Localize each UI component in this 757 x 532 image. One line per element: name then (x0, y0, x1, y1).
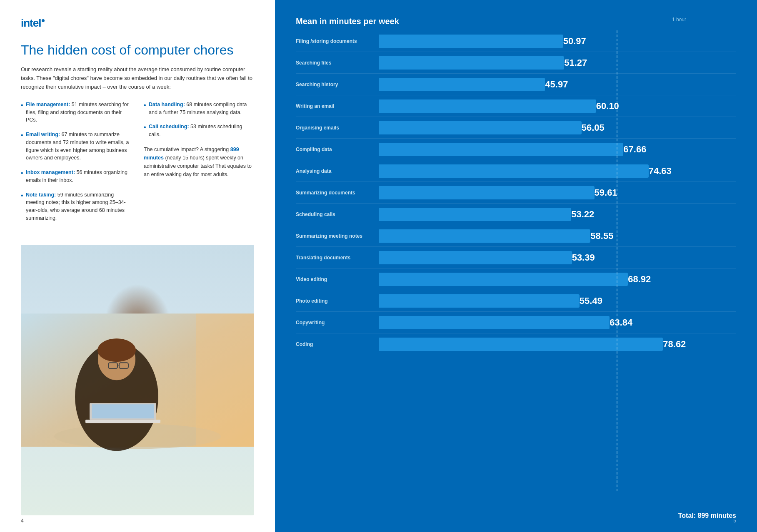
chart-row: Summarizing documents59.61 (296, 182, 736, 204)
svg-point-4 (97, 338, 136, 362)
bullet-item: Email writing: 67 minutes to summarize d… (21, 131, 131, 162)
chart-area: Filing /storing documents50.97Searching … (296, 30, 736, 508)
row-label: Photo editing (296, 298, 379, 304)
intel-logo-text: intel (21, 17, 41, 30)
row-label: Scheduling calls (296, 211, 379, 217)
bar-container: 55.49 (379, 294, 736, 308)
bullet-section: File management: 51 minutes searching fo… (21, 101, 254, 229)
chart-row: Searching files51.27 (296, 52, 736, 74)
bar-container: 51.27 (379, 56, 736, 70)
bar-container: 74.63 (379, 164, 736, 178)
bar: 58.55 (379, 229, 590, 243)
intel-logo-dot (42, 19, 45, 22)
bar-value: 60.10 (596, 101, 619, 112)
bar: 51.27 (379, 56, 564, 70)
row-label: Summarizing meeting notes (296, 233, 379, 239)
bar: 53.22 (379, 208, 571, 221)
chart-row: Translating documents53.39 (296, 247, 736, 268)
right-panel: Mean in minutes per week 1 hour Filing /… (275, 0, 757, 532)
row-label: Video editing (296, 276, 379, 282)
chart-row: Summarizing meeting notes58.55 (296, 225, 736, 247)
bar-value: 67.66 (623, 144, 646, 155)
page-number-right: 5 (733, 518, 736, 524)
intel-logo: intel (21, 17, 254, 30)
bar-value: 53.39 (572, 252, 595, 263)
bar-container: 56.05 (379, 121, 736, 134)
bar-container: 60.10 (379, 99, 736, 113)
main-title: The hidden cost of computer chores (21, 42, 254, 58)
photo-svg (21, 245, 254, 515)
bar-value: 53.22 (571, 209, 594, 220)
bar-container: 53.39 (379, 251, 736, 264)
chart-row: Scheduling calls53.22 (296, 204, 736, 225)
chart-row: Photo editing55.49 (296, 290, 736, 312)
chart-row: Video editing68.92 (296, 268, 736, 290)
row-label: Searching files (296, 60, 379, 66)
bullet-item: Note taking: 59 minutes summarizing meet… (21, 191, 131, 222)
bar-container: 45.97 (379, 78, 736, 91)
chart-row: Filing /storing documents50.97 (296, 30, 736, 52)
bar: 74.63 (379, 164, 649, 178)
bar: 78.62 (379, 338, 663, 351)
bullet-item: Call scheduling: 53 minutes scheduling c… (144, 123, 254, 139)
bar-value: 51.27 (564, 57, 587, 68)
summary-text: The cumulative impact? A staggering 899 … (144, 145, 254, 179)
chart-row: Writing an email60.10 (296, 95, 736, 117)
bullet-col-1: File management: 51 minutes searching fo… (21, 101, 131, 229)
bar: 50.97 (379, 35, 563, 48)
svg-rect-11 (196, 313, 254, 447)
bar-value: 58.55 (590, 231, 613, 241)
bar: 59.61 (379, 186, 595, 199)
bar-container: 67.66 (379, 143, 736, 156)
bullet-item: Data handling: 68 minutes compiling data… (144, 101, 254, 117)
chart-row: Organising emails56.05 (296, 117, 736, 139)
svg-rect-10 (92, 404, 154, 418)
bar-container: 58.55 (379, 229, 736, 243)
intro-text: Our research reveals a startling reality… (21, 65, 254, 91)
bullet-item: File management: 51 minutes searching fo… (21, 101, 131, 124)
bar: 67.66 (379, 143, 623, 156)
bullet-item: Inbox management: 56 minutes organizing … (21, 169, 131, 184)
row-label: Coding (296, 341, 379, 347)
svg-rect-8 (85, 420, 160, 423)
bar-value: 68.92 (628, 274, 651, 285)
chart-title: Mean in minutes per week (296, 17, 399, 26)
bar-container: 68.92 (379, 273, 736, 286)
reference-line (617, 30, 617, 491)
row-label: Organising emails (296, 125, 379, 131)
bar: 55.49 (379, 294, 580, 308)
chart-header: Mean in minutes per week 1 hour (296, 17, 736, 26)
bar: 60.10 (379, 99, 596, 113)
bar-value: 59.61 (595, 187, 617, 198)
row-label: Copywriting (296, 320, 379, 326)
photo-person (21, 245, 254, 515)
row-label: Writing an email (296, 103, 379, 109)
bar-container: 78.62 (379, 338, 736, 351)
chart-row: Compiling data67.66 (296, 139, 736, 160)
row-label: Summarizing documents (296, 190, 379, 196)
bar: 68.92 (379, 273, 628, 286)
bullet-col-2: Data handling: 68 minutes compiling data… (144, 101, 254, 229)
row-label: Filing /storing documents (296, 38, 379, 44)
total-row: Total: 899 minutes (296, 508, 736, 520)
page-number-left: 4 (21, 518, 24, 524)
one-hour-label: 1 hour (672, 17, 686, 22)
bar: 53.39 (379, 251, 572, 264)
bar-value: 56.05 (582, 122, 605, 133)
bar: 45.97 (379, 78, 545, 91)
bar-value: 74.63 (649, 166, 672, 177)
left-panel: intel The hidden cost of computer chores… (0, 0, 275, 532)
bar-value: 55.49 (580, 296, 602, 306)
bar-value: 45.97 (545, 79, 568, 90)
bar: 56.05 (379, 121, 582, 134)
chart-row: Analysing data74.63 (296, 160, 736, 182)
bar-value: 78.62 (663, 339, 686, 350)
bar-container: 63.84 (379, 316, 736, 329)
bar-value: 63.84 (610, 317, 632, 328)
chart-row: Copywriting63.84 (296, 312, 736, 333)
row-label: Translating documents (296, 255, 379, 261)
bar-container: 53.22 (379, 208, 736, 221)
bar-container: 50.97 (379, 35, 736, 48)
bar-value: 50.97 (563, 36, 586, 47)
row-label: Analysing data (296, 168, 379, 174)
